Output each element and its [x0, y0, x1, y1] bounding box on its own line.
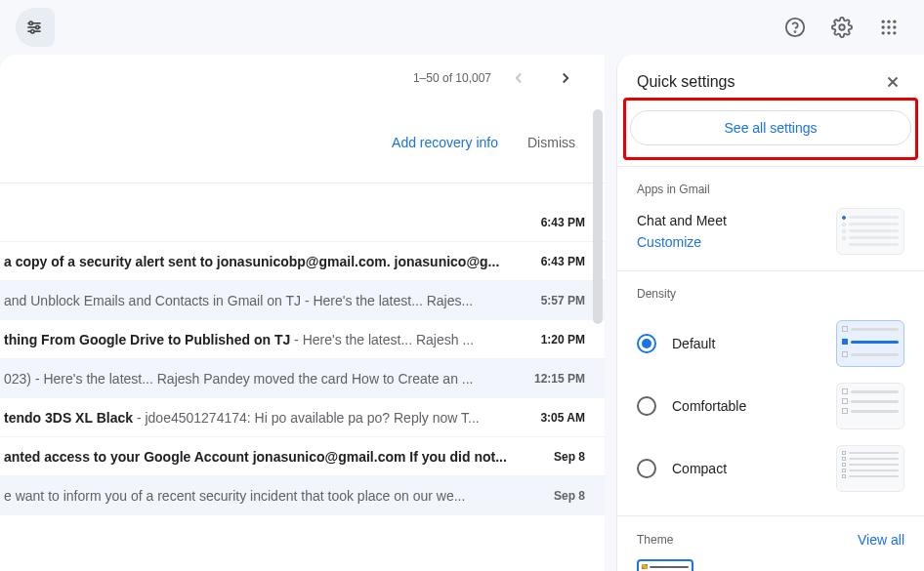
main-container: 1–50 of 10,007 Add recovery info Dismiss… [0, 55, 924, 571]
radio-selected [637, 334, 656, 353]
email-text: a copy of a security alert sent to jonas… [4, 254, 522, 269]
see-all-highlight: See all settings [623, 98, 918, 160]
close-icon [884, 73, 902, 91]
svg-point-5 [31, 30, 34, 33]
svg-point-11 [893, 20, 896, 23]
recovery-banner: Add recovery info Dismiss [0, 102, 605, 184]
density-default-preview [836, 320, 904, 367]
svg-point-8 [839, 24, 845, 30]
density-comfortable-option[interactable]: Comfortable [637, 375, 904, 437]
svg-point-12 [882, 25, 885, 28]
email-row[interactable]: tendo 3DS XL Black - jdoe4501274174: Hi … [0, 398, 605, 437]
header-right [776, 8, 908, 47]
chat-meet-label: Chat and Meet [637, 213, 727, 228]
email-time: 1:20 PM [541, 333, 585, 347]
svg-point-16 [887, 31, 890, 34]
radio-unselected [637, 459, 656, 478]
svg-point-4 [36, 25, 39, 28]
email-time: Sep 8 [554, 489, 585, 503]
apps-preview [836, 208, 904, 255]
density-section: Density Default Comfortable [617, 270, 924, 515]
page-count: 1–50 of 10,007 [413, 71, 491, 85]
email-toolbar: 1–50 of 10,007 [0, 55, 605, 102]
email-time: Sep 8 [554, 450, 585, 464]
header-bar [0, 0, 924, 55]
email-text: e want to inform you of a recent securit… [4, 488, 534, 504]
svg-point-17 [893, 31, 896, 34]
settings-title: Quick settings [637, 73, 735, 91]
theme-view-all-link[interactable]: View all [858, 532, 904, 548]
email-text: tendo 3DS XL Black - jdoe4501274174: Hi … [4, 410, 521, 426]
apps-button[interactable] [869, 8, 908, 47]
chat-meet-left: Chat and Meet Customize [637, 213, 727, 250]
settings-button[interactable] [822, 8, 861, 47]
apps-section: Apps in Gmail Chat and Meet Customize [617, 166, 924, 270]
theme-section-header: Theme View all [637, 532, 904, 548]
svg-point-15 [882, 31, 885, 34]
email-text: anted access to your Google Account jona… [4, 449, 534, 465]
radio-unselected [637, 396, 656, 416]
email-row[interactable]: anted access to your Google Account jona… [0, 437, 605, 476]
density-section-title: Density [637, 287, 904, 301]
email-text: 023) - Here's the latest... Rajesh Pande… [4, 371, 515, 387]
email-row[interactable]: 023) - Here's the latest... Rajesh Pande… [0, 359, 605, 398]
customize-link[interactable]: Customize [637, 234, 727, 250]
svg-point-13 [887, 25, 890, 28]
email-row[interactable]: thing From Google Drive to Published on … [0, 320, 605, 359]
header-left [16, 8, 55, 47]
density-compact-preview [836, 445, 904, 492]
density-comfortable-preview [836, 383, 904, 429]
density-compact-label: Compact [672, 461, 727, 476]
scrollbar-thumb[interactable] [593, 109, 603, 324]
email-row[interactable]: and Unblock Emails and Contacts in Gmail… [0, 281, 605, 320]
email-time: 12:15 PM [534, 372, 585, 386]
chevron-left-icon [510, 69, 527, 87]
email-text: and Unblock Emails and Contacts in Gmail… [4, 293, 522, 308]
theme-section-title: Theme [637, 533, 673, 547]
scrollbar[interactable] [591, 109, 605, 344]
svg-point-10 [887, 20, 890, 23]
apps-section-title: Apps in Gmail [637, 183, 904, 196]
email-row[interactable]: e want to inform you of a recent securit… [0, 476, 605, 515]
see-all-settings-button[interactable]: See all settings [630, 110, 911, 145]
email-text: thing From Google Drive to Published on … [4, 332, 522, 347]
svg-point-9 [882, 20, 885, 23]
see-all-wrapper: See all settings [617, 98, 924, 166]
quick-settings-panel: Quick settings See all settings Apps in … [616, 55, 924, 571]
prev-page-button[interactable] [499, 59, 538, 98]
density-default-option[interactable]: Default [637, 312, 904, 375]
dismiss-button[interactable]: Dismiss [527, 135, 575, 150]
email-row[interactable]: 6:43 PM [0, 203, 605, 242]
help-icon [784, 17, 806, 38]
theme-thumbnail[interactable] [637, 559, 693, 571]
email-row[interactable]: a copy of a security alert sent to jonas… [0, 242, 605, 281]
email-time: 6:43 PM [541, 216, 585, 229]
next-page-button[interactable] [546, 59, 585, 98]
svg-point-14 [893, 25, 896, 28]
density-compact-option[interactable]: Compact [637, 437, 904, 500]
svg-point-3 [29, 21, 32, 24]
density-default-label: Default [672, 336, 715, 351]
chat-meet-row: Chat and Meet Customize [637, 208, 904, 255]
email-list-area: 1–50 of 10,007 Add recovery info Dismiss… [0, 55, 605, 571]
svg-point-7 [795, 31, 796, 32]
email-time: 3:05 AM [540, 411, 585, 425]
apps-grid-icon [879, 18, 899, 37]
chevron-right-icon [557, 69, 574, 87]
email-time: 5:57 PM [541, 294, 585, 307]
email-time: 6:43 PM [541, 255, 585, 268]
add-recovery-link[interactable]: Add recovery info [392, 135, 498, 150]
tune-icon [24, 18, 44, 37]
close-settings-button[interactable] [881, 70, 904, 94]
tune-filters-button[interactable] [16, 8, 55, 47]
gear-icon [831, 17, 853, 38]
email-rows: 6:43 PMa copy of a security alert sent t… [0, 203, 605, 515]
theme-section: Theme View all [617, 515, 924, 571]
support-button[interactable] [776, 8, 815, 47]
density-comfortable-label: Comfortable [672, 398, 746, 414]
